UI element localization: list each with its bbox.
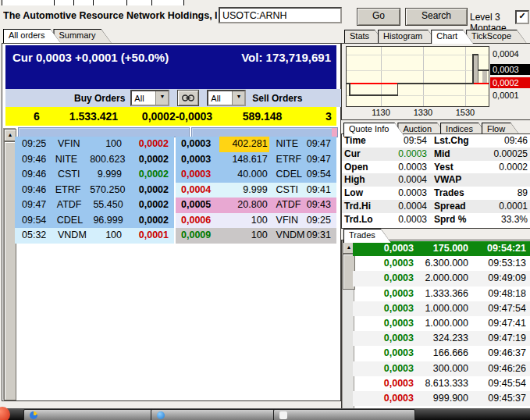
buy-order-row[interactable]: 09:46CSTI9.9990,0002 xyxy=(15,167,174,183)
sell-order-row[interactable]: 0,000520.800ATDF09:43 xyxy=(176,198,336,213)
quote-field-label: High xyxy=(342,173,385,187)
sell-filter-value: All xyxy=(208,94,232,103)
trade-price: 0,0003 xyxy=(353,316,414,331)
symbol-input[interactable] xyxy=(219,7,342,23)
buy-order-row[interactable]: 09:25VFIN1000,0002 xyxy=(15,137,174,152)
buy-order-row[interactable]: 09:47ATDF55.4500,0002 xyxy=(15,198,174,213)
tab-quote-info[interactable]: Quote Info xyxy=(343,123,404,137)
order-price: 0,0005 xyxy=(176,198,219,213)
market-maker-id: ATDF xyxy=(57,198,94,213)
order-price: 0,0003 xyxy=(176,137,219,152)
trade-size: 166.666 xyxy=(414,346,468,361)
taskbar-button[interactable] xyxy=(151,409,286,420)
quote-field-value: 0.0003 xyxy=(385,187,427,200)
trade-price: 0,0003 xyxy=(353,361,414,376)
buy-order-row[interactable]: 05:32VNDM1000,0001 xyxy=(15,228,174,244)
trade-time: 09:48:18 xyxy=(468,287,530,301)
order-price: 0,0003 xyxy=(176,167,219,183)
order-time: 09:25 xyxy=(307,213,336,229)
trade-row[interactable]: 0,0003999.90009:45:37 xyxy=(353,391,530,406)
quote-field-value: 0.00025 xyxy=(484,148,530,161)
order-price: 0,0009 xyxy=(176,228,219,244)
order-size: 100 xyxy=(219,213,269,229)
chain-link-icon xyxy=(182,94,194,101)
buy-order-row[interactable]: 09:46NITE800.6230,0002 xyxy=(15,152,174,168)
tab-histogram[interactable]: Histogram xyxy=(378,30,438,44)
quote-field-value: 0.0003 xyxy=(385,148,427,161)
sell-orders-label: Sell Orders xyxy=(252,93,302,104)
trade-size: 1.333.366 xyxy=(414,287,468,301)
tab-trades[interactable]: Trades xyxy=(343,229,391,243)
sell-order-row[interactable]: 0,0003402.281NITE09:47 xyxy=(176,137,336,152)
trade-row[interactable]: 0,0003166.66609:46:37 xyxy=(353,346,530,361)
trade-time: 09:53:13 xyxy=(468,256,530,271)
cutoff-tab xyxy=(93,0,129,5)
trade-row[interactable]: 0,00036.300.00009:53:13 xyxy=(353,256,530,271)
quote-field-label: Trd.Lo xyxy=(342,213,385,226)
trade-row[interactable]: 0,0003300.00009:46:26 xyxy=(353,361,530,376)
chart-tabbar: Stats Histogram Chart TickScope xyxy=(344,30,520,44)
trade-row[interactable]: 0,0003175.00009:54:21 xyxy=(353,241,530,256)
order-price: 0,0002 xyxy=(125,152,174,168)
trade-row[interactable]: 0,00031.333.36609:48:18 xyxy=(353,287,530,301)
trade-size: 999.900 xyxy=(414,391,468,406)
trade-size: 1.000.000 xyxy=(414,316,468,331)
order-price: 0,0004 xyxy=(176,183,219,198)
trade-size: 8.613.333 xyxy=(414,376,468,391)
buy-order-row[interactable]: 09:46ETRF570.2500,0002 xyxy=(15,183,174,198)
market-maker-id: CDEL xyxy=(269,167,307,183)
tab-tickscope[interactable]: TickScope xyxy=(466,30,527,44)
trade-row[interactable]: 0,00038.613.33309:45:54 xyxy=(353,376,530,391)
trade-size: 1.000.000 xyxy=(414,301,468,316)
sell-filter-dropdown[interactable]: All ▼ xyxy=(207,90,246,106)
trade-row[interactable]: 0,00031.000.00009:47:54 xyxy=(353,301,530,316)
go-button[interactable]: Go xyxy=(357,8,400,26)
order-time: 09:31 xyxy=(307,228,336,244)
order-price: 0,0003 xyxy=(176,152,219,168)
quote-field-label: Trd.Hi xyxy=(342,200,385,213)
quote-field-value: 33.3% xyxy=(484,213,530,226)
trade-time: 09:45:54 xyxy=(468,376,530,391)
tab-all-orders[interactable]: All orders xyxy=(3,29,60,43)
market-maker-id: VNDM xyxy=(269,228,307,244)
taskbar-button[interactable] xyxy=(23,409,164,420)
sell-order-row[interactable]: 0,00049.999CSTI09:41 xyxy=(176,183,336,198)
cutoff-tab xyxy=(126,0,154,5)
chevron-down-icon[interactable]: ▼ xyxy=(232,91,244,105)
tab-flow[interactable]: Flow xyxy=(482,123,521,137)
order-size: 148.617 xyxy=(219,152,269,168)
quote-field-label: Spread xyxy=(427,200,484,213)
trade-row[interactable]: 0,00032.000.00009:49:09 xyxy=(353,271,530,286)
market-maker-id: VFIN xyxy=(269,213,307,229)
order-price: 0,0002 xyxy=(123,213,174,229)
quote-info-row: Trd.Hi0.0004Spread0.0001 xyxy=(342,200,530,213)
taskbar-orb-icon[interactable] xyxy=(0,407,10,420)
x-tick: 1530 xyxy=(450,108,481,117)
sell-order-row[interactable]: 0,0006100VFIN09:25 xyxy=(176,213,336,229)
cutoff-tab xyxy=(73,0,95,5)
tab-summary[interactable]: Summary xyxy=(53,29,111,43)
link-filters-button[interactable] xyxy=(177,90,199,106)
trade-time: 09:47:41 xyxy=(468,316,530,331)
tab-chart[interactable]: Chart xyxy=(431,30,473,44)
trade-price: 0,0003 xyxy=(353,301,414,316)
search-button[interactable]: Search xyxy=(405,8,468,26)
buy-filter-dropdown[interactable]: All ▼ xyxy=(130,90,169,106)
sell-order-row[interactable]: 0,0003148.617ETRF09:47 xyxy=(176,152,336,168)
order-time: 09:41 xyxy=(307,183,336,198)
market-maker-id: VNDM xyxy=(58,228,95,244)
chevron-down-icon[interactable]: ▼ xyxy=(155,91,168,105)
browser-icon xyxy=(30,411,37,419)
current-price-text: Cur 0,0003 +0,0001 (+50.0%) xyxy=(12,51,169,64)
volume-text: Vol: 173,719,691 xyxy=(241,51,331,64)
taskbar-button[interactable] xyxy=(273,409,415,420)
sell-order-row[interactable]: 0,000340.000CDEL09:54 xyxy=(176,167,336,183)
sell-order-row[interactable]: 0,0009100VNDM09:31 xyxy=(176,228,336,244)
book-scrollbar[interactable]: ▲ xyxy=(3,128,16,400)
buy-order-row[interactable]: 09:54CDEL96.9990,0002 xyxy=(15,213,174,229)
trade-row[interactable]: 0,00031.000.00009:47:41 xyxy=(353,316,530,331)
cutoff-tab xyxy=(2,0,56,5)
level3-montage-checkbox[interactable]: ✓ xyxy=(515,10,529,24)
quote-field-label: VWAP xyxy=(427,173,484,187)
trade-row[interactable]: 0,0003324.23309:47:19 xyxy=(353,331,530,346)
